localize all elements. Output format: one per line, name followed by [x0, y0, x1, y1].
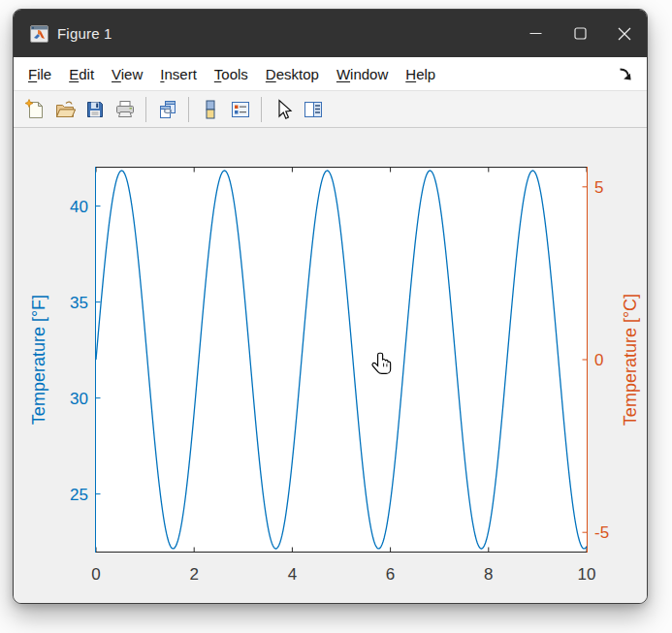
right-axis-label: Temperature [°C] — [621, 294, 640, 426]
toolbar-separator — [261, 97, 262, 122]
menu-help[interactable]: Help — [397, 62, 444, 86]
menu-window[interactable]: Window — [328, 62, 397, 86]
toolbar-separator — [188, 97, 189, 122]
link-plot-button[interactable] — [152, 95, 182, 124]
left-axis-tick-label: 30 — [70, 390, 88, 408]
new-figure-icon — [23, 98, 47, 121]
printer-icon — [113, 98, 137, 121]
save-floppy-icon — [83, 98, 107, 121]
menu-view[interactable]: View — [103, 62, 151, 86]
maximize-icon — [574, 27, 587, 40]
pointer-arrow-icon — [272, 98, 295, 121]
left-axis-tick-label: 40 — [70, 198, 88, 216]
new-figure-button[interactable] — [19, 95, 49, 124]
left-axis-tick-label: 25 — [70, 486, 88, 504]
left-axis-label: Temperature [°F] — [29, 295, 48, 425]
insert-colorbar-button[interactable] — [195, 95, 225, 124]
property-inspector-icon — [302, 98, 325, 121]
menu-file[interactable]: File — [19, 62, 60, 86]
colorbar-icon — [199, 98, 222, 121]
plot-area — [96, 168, 587, 552]
plot-axes[interactable]: 024681025303540-505Temperature [°F]Tempe… — [14, 128, 648, 604]
maximize-button[interactable] — [558, 10, 602, 57]
insert-legend-button[interactable] — [225, 95, 255, 124]
menu-insert[interactable]: Insert — [151, 62, 206, 86]
minimize-icon — [529, 27, 542, 40]
edit-plot-button[interactable] — [268, 95, 298, 124]
menu-tools[interactable]: Tools — [206, 62, 257, 86]
close-icon — [618, 27, 631, 41]
close-button[interactable] — [602, 10, 647, 57]
x-axis-tick-label: 2 — [189, 565, 198, 584]
menu-bar: File Edit View Insert Tools Desktop Wind… — [14, 57, 647, 91]
left-axis-tick-label: 35 — [70, 294, 88, 312]
toolbar-separator — [145, 97, 146, 122]
title-bar[interactable]: Figure 1 — [14, 10, 647, 57]
print-figure-button[interactable] — [110, 95, 140, 124]
figure-canvas: 024681025303540-505Temperature [°F]Tempe… — [14, 128, 648, 604]
dock-arrow-icon — [618, 67, 632, 81]
legend-icon — [229, 98, 252, 121]
menu-desktop[interactable]: Desktop — [257, 62, 328, 86]
x-axis-tick-label: 8 — [484, 565, 493, 584]
figure-window: Figure 1 File Edit View Insert — [13, 9, 648, 604]
menu-edit[interactable]: Edit — [60, 62, 103, 86]
figure-toolbar — [14, 91, 647, 128]
open-property-inspector-button[interactable] — [298, 95, 328, 124]
dock-figure-button[interactable] — [616, 66, 633, 81]
window-controls — [513, 10, 647, 57]
link-plot-icon — [156, 98, 179, 121]
right-axis-tick-label: 5 — [594, 178, 603, 197]
save-figure-button[interactable] — [80, 95, 110, 124]
open-file-button[interactable] — [49, 95, 80, 124]
window-title: Figure 1 — [57, 25, 112, 42]
x-axis-tick-label: 10 — [578, 565, 596, 584]
x-axis-tick-label: 6 — [386, 565, 395, 584]
x-axis-tick-label: 0 — [91, 565, 100, 584]
open-folder-icon — [53, 98, 77, 121]
right-axis-tick-label: -5 — [594, 523, 609, 542]
matlab-figure-icon — [30, 25, 48, 43]
right-axis-tick-label: 0 — [594, 351, 603, 369]
minimize-button[interactable] — [513, 10, 558, 57]
x-axis-tick-label: 4 — [288, 565, 297, 584]
